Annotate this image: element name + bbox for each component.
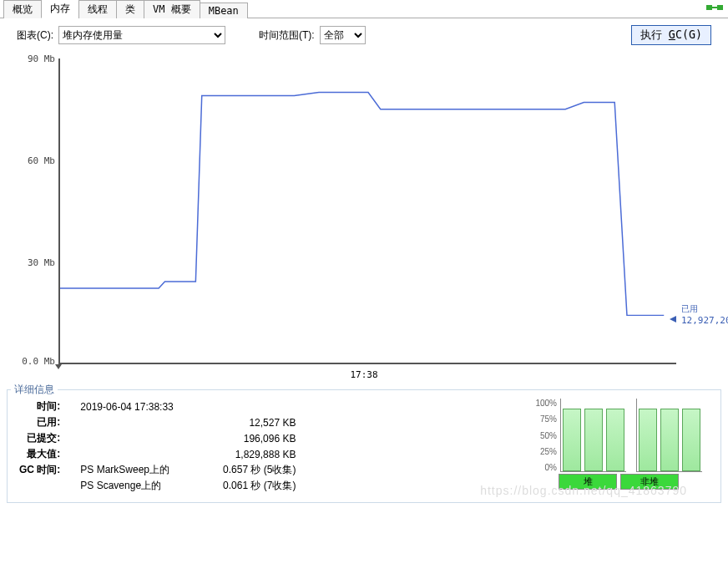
controls-bar: 图表(C): 堆内存使用量 时间范围(T): 全部 执行 GC(G) [0,18,728,48]
svg-rect-2 [711,7,718,8]
gc1-name: PS MarkSweep上的 [63,462,173,478]
time-label: 时间: [16,399,63,414]
ytick-60: 60 Mb [28,155,55,166]
tab-vm-summary[interactable]: VM 概要 [144,0,200,18]
gc2-time: 0.061 秒 (7收集) [173,478,299,494]
plot-area [58,58,676,364]
tab-bar: 概览 内存 线程 类 VM 概要 MBean [0,0,728,18]
svg-rect-1 [717,5,723,10]
mini-y-axis: 100%75%50%25%0% [535,399,560,472]
used-label: 已用: [16,414,63,430]
tab-mbean[interactable]: MBean [200,3,248,18]
perform-gc-button[interactable]: 执行 GC(G) [631,25,711,45]
svg-rect-0 [706,5,712,10]
committed-label: 已提交: [16,430,63,446]
tab-classes[interactable]: 类 [116,0,144,18]
tab-overview[interactable]: 概览 [3,0,42,18]
time-value: 2019-06-04 17:38:33 [63,399,299,414]
side-value: 12,927,200 [681,315,728,326]
connection-status-icon [706,2,723,16]
tab-threads[interactable]: 线程 [78,0,117,18]
chart-select[interactable]: 堆内存使用量 [58,26,225,44]
memory-chart: 90 Mb 60 Mb 30 Mb 0.0 Mb 17:38 已用 12,927… [8,48,720,383]
used-value: 12,527 KB [63,414,299,430]
gc2-name: PS Scavenge上的 [63,478,173,494]
time-range-select[interactable]: 全部 [320,26,366,44]
details-group: 详细信息 时间:2019-06-04 17:38:33 已用:12,527 KB… [7,389,721,503]
side-label: 已用 [681,303,728,315]
ytick-0: 0.0 Mb [22,356,55,367]
committed-value: 196,096 KB [63,430,299,446]
xtick-time: 17:38 [350,369,377,380]
nonheap-bars[interactable] [636,399,702,472]
x-origin-marker [55,364,62,369]
chart-select-label: 图表(C): [17,28,53,43]
gc-label: GC 时间: [16,462,63,478]
triangle-left-icon [670,316,676,323]
tab-memory[interactable]: 内存 [41,0,79,18]
current-value-callout: 已用 12,927,200 [681,303,728,326]
max-label: 最大值: [16,446,63,462]
details-table: 时间:2019-06-04 17:38:33 已用:12,527 KB 已提交:… [16,399,299,494]
time-range-label: 时间范围(T): [259,28,315,43]
ytick-90: 90 Mb [28,53,55,64]
heap-bars[interactable] [560,399,626,472]
max-value: 1,829,888 KB [63,446,299,462]
gc1-time: 0.657 秒 (5收集) [173,462,299,478]
memory-pool-bars: 100%75%50%25%0% 堆 非堆 [535,399,712,494]
ytick-30: 30 Mb [28,257,55,268]
details-title: 详细信息 [11,383,58,397]
watermark: https://blog.csdn.net/qq_41863790 [480,484,687,497]
